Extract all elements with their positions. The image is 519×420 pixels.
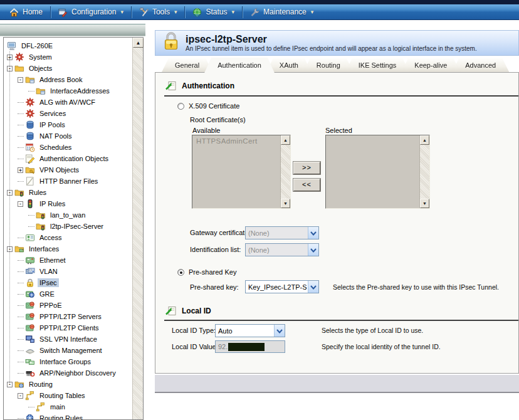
collapse-icon[interactable]: -: [18, 201, 23, 207]
expand-icon[interactable]: +: [18, 167, 23, 173]
tree-item-vpn-objects[interactable]: +VPN Objects: [6, 164, 132, 176]
tree-item-system[interactable]: +System: [6, 51, 132, 63]
tree-connector: [18, 125, 24, 125]
tree-item-pptp-l2tp-servers[interactable]: PPTP/L2TP Servers: [6, 311, 132, 322]
tree-item-switch-management[interactable]: Switch Management: [6, 345, 132, 356]
local-id-type-select[interactable]: Auto: [215, 324, 285, 337]
tree-item-routing-rules[interactable]: Routing Rules: [6, 412, 132, 419]
tree-item-label: PPPoE: [38, 301, 63, 310]
traffic-light-icon: [25, 199, 35, 209]
tree-item-label: Objects: [27, 64, 54, 73]
scroll-up-button[interactable]: ▲: [133, 38, 144, 48]
pre-shared-key-radio[interactable]: [177, 269, 184, 276]
tree-item-authentication-objects[interactable]: Authentication Objects: [6, 153, 132, 164]
menu-separator: [131, 6, 132, 18]
tree-item-pppoe[interactable]: PPPoE: [6, 300, 132, 311]
tree-item-access[interactable]: Access: [6, 232, 132, 243]
tree-connector: [18, 305, 24, 306]
menu-item-status[interactable]: Status▾: [186, 4, 241, 19]
tree-item-label: Authentication Objects: [38, 154, 110, 163]
tab-authentication[interactable]: Authentication: [204, 58, 275, 73]
selected-listbox-scrollbar[interactable]: ▲ ▼: [419, 135, 429, 208]
collapse-icon[interactable]: -: [18, 393, 23, 399]
tree-item-arp-neighbor-discovery[interactable]: ARP/Neighbor Discovery: [6, 367, 132, 379]
tree-item-dfl-260e[interactable]: DFL-260E: [6, 40, 132, 51]
tab-routing[interactable]: Routing: [303, 58, 354, 72]
tree-item-ethernet[interactable]: Ethernet: [6, 255, 132, 266]
menu-item-maintenance[interactable]: Maintenance▾: [243, 4, 320, 19]
tree-item-label: Access: [38, 233, 63, 242]
tree-item-rules[interactable]: -Rules: [6, 187, 132, 198]
available-listbox-scrollbar[interactable]: ▲ ▼: [280, 135, 290, 208]
collapse-icon[interactable]: -: [18, 77, 23, 83]
tree-item-services[interactable]: Services: [6, 108, 132, 119]
tree-item-label: PPTP/L2TP Clients: [38, 323, 101, 332]
tree-item-routing-tables[interactable]: -Routing Tables: [6, 390, 132, 401]
main-panel: ipsec-l2tp-Server An IPsec tunnel item i…: [155, 30, 519, 394]
menu-item-label: Configuration: [71, 8, 116, 16]
tree-item-vlan[interactable]: VLAN: [6, 266, 132, 277]
tree-item-gre[interactable]: GRE: [6, 288, 132, 300]
tree-item-interfaceaddresses[interactable]: InterfaceAddresses: [6, 85, 132, 97]
menu-item-label: Tools: [152, 8, 170, 16]
authentication-section-heading: Authentication: [165, 81, 234, 91]
menu-item-tools[interactable]: Tools▾: [132, 4, 184, 19]
scroll-down-button[interactable]: ▼: [420, 199, 429, 208]
tree-connector: [28, 407, 34, 407]
tree-item-objects[interactable]: -Objects: [6, 63, 132, 74]
tab-keep-alive[interactable]: Keep-alive: [401, 58, 460, 72]
tree-item-schedules[interactable]: Schedules: [6, 142, 132, 153]
tree-connector: [18, 418, 24, 419]
nic-blue-icon: [25, 266, 35, 276]
tree-item-http-banner-files[interactable]: HTTP Banner Files: [6, 176, 132, 187]
menu-item-configuration[interactable]: Configuration▾: [51, 4, 130, 19]
tree-item-label: Routing Tables: [38, 391, 87, 400]
page-header: ipsec-l2tp-Server An IPsec tunnel item i…: [155, 30, 519, 56]
tree-item-routing[interactable]: -Routing: [6, 379, 132, 390]
tree-item-label: lan_to_wan: [48, 211, 87, 219]
scroll-up-button[interactable]: ▲: [420, 135, 429, 145]
tree-item-nat-pools[interactable]: NAT Pools: [6, 130, 132, 142]
tree-item-pptp-l2tp-clients[interactable]: PPTP/L2TP Clients: [6, 322, 132, 333]
menu-item-label: Status: [206, 8, 227, 16]
menu-separator: [184, 6, 185, 18]
pre-shared-key-radio-label: Pre-shared Key: [189, 268, 236, 276]
tree-item-ip-pools[interactable]: IP Pools: [6, 119, 132, 130]
tree-item-interfaces[interactable]: -Interfaces: [6, 243, 132, 255]
card-globe-icon: [25, 323, 35, 333]
tree-item-lan-to-wan[interactable]: lan_to_wan: [6, 209, 132, 221]
tree-item-ssl-vpn-interface[interactable]: SSL VPN Interface: [6, 333, 132, 345]
scroll-down-button[interactable]: ▼: [281, 199, 290, 208]
tree-item-main[interactable]: main: [6, 401, 132, 412]
move-left-button[interactable]: <<: [293, 179, 320, 191]
tree-connector: [28, 215, 34, 216]
tree-item-address-book[interactable]: -Address Book: [6, 74, 132, 85]
menu-item-home[interactable]: Home: [3, 4, 50, 19]
tree-connector: [28, 91, 34, 92]
identification-list-select: (None): [245, 243, 319, 256]
menubar-items: HomeConfiguration▾Tools▾Status▾Maintenan…: [0, 4, 519, 20]
tree-item-ip-rules[interactable]: -IP Rules: [6, 198, 132, 209]
tree-item-label: System: [27, 53, 54, 61]
chevron-down-icon: ▾: [174, 9, 177, 15]
tree-connector: [18, 339, 24, 340]
move-right-button[interactable]: >>: [293, 162, 320, 174]
tab-advanced[interactable]: Advanced: [452, 58, 509, 72]
tree-item-label: Routing Rules: [38, 414, 85, 419]
available-certificates-items: HTTPSAdminCert: [194, 137, 279, 207]
tree-item-interface-groups[interactable]: Interface Groups: [6, 356, 132, 367]
tree-scrollbar[interactable]: ▲: [132, 38, 143, 419]
card-green-icon: [25, 233, 35, 243]
tree-item-ipsec[interactable]: IPsec: [6, 277, 132, 288]
certificate-list-item[interactable]: HTTPSAdminCert: [194, 137, 279, 145]
maintenance-icon: [250, 8, 260, 17]
menu-separator: [242, 6, 243, 18]
tree-item-l2tp-ipsec-server[interactable]: l2tp-IPsec-Server: [6, 221, 132, 232]
tab-general[interactable]: General: [162, 58, 212, 72]
x509-certificate-radio[interactable]: [177, 103, 184, 110]
tab-ike-settings[interactable]: IKE Settings: [345, 58, 410, 72]
scroll-up-button[interactable]: ▲: [281, 135, 290, 145]
gear-red-icon: [25, 97, 35, 107]
tree-item-alg-with-av-wcf[interactable]: ALG with AV/WCF: [6, 97, 132, 108]
pre-shared-key-select[interactable]: Key_IPsec-L2TP-S: [245, 280, 319, 293]
